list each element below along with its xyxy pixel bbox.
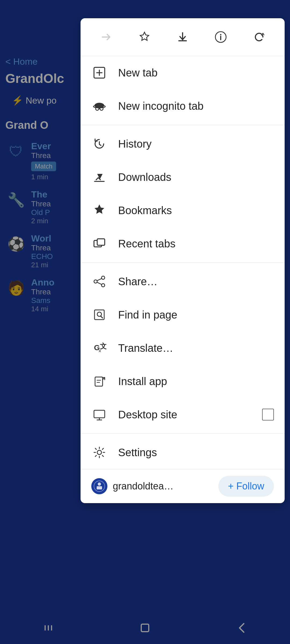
install-app-label: Install app bbox=[118, 375, 274, 387]
settings-icon bbox=[91, 444, 107, 460]
incognito-icon bbox=[91, 98, 107, 114]
desktop-site-label: Desktop site bbox=[118, 409, 251, 421]
install-app-icon bbox=[91, 373, 107, 389]
bookmark-button[interactable] bbox=[134, 26, 155, 48]
svg-rect-30 bbox=[95, 377, 103, 386]
svg-line-22 bbox=[97, 279, 102, 281]
svg-point-38 bbox=[98, 482, 101, 486]
desktop-site-checkbox[interactable] bbox=[262, 409, 274, 420]
recent-tabs-icon bbox=[91, 236, 107, 252]
share-icon bbox=[91, 273, 107, 290]
bookmarks-label: Bookmarks bbox=[118, 204, 274, 217]
svg-text:文: 文 bbox=[100, 342, 106, 350]
forward-icon bbox=[100, 31, 113, 43]
forward-button[interactable] bbox=[95, 26, 117, 48]
info-icon bbox=[214, 31, 227, 43]
page-info-button[interactable] bbox=[210, 26, 231, 48]
follow-footer: grandoldtea… + Follow bbox=[81, 469, 285, 503]
bookmarks-icon bbox=[91, 202, 107, 218]
new-tab-icon bbox=[91, 65, 107, 81]
downloads-icon bbox=[91, 169, 107, 185]
bookmarks-item[interactable]: Bookmarks bbox=[81, 194, 285, 227]
history-icon bbox=[91, 136, 107, 152]
follow-site-icon bbox=[91, 478, 107, 494]
find-in-page-item[interactable]: Find in page bbox=[81, 298, 285, 331]
svg-rect-17 bbox=[97, 239, 105, 245]
downloads-label: Downloads bbox=[118, 171, 274, 183]
svg-line-26 bbox=[101, 316, 103, 318]
divider-1 bbox=[81, 125, 285, 125]
translate-item[interactable]: G × 文 Translate… bbox=[81, 331, 285, 365]
refresh-icon bbox=[253, 31, 266, 43]
svg-point-21 bbox=[94, 280, 97, 283]
new-incognito-tab-item[interactable]: New incognito tab bbox=[81, 89, 285, 123]
svg-point-5 bbox=[220, 34, 222, 35]
svg-line-23 bbox=[97, 282, 102, 284]
find-in-page-icon bbox=[91, 307, 107, 323]
share-item[interactable]: Share… bbox=[81, 265, 285, 298]
recent-tabs-item[interactable]: Recent tabs bbox=[81, 227, 285, 260]
install-app-item[interactable]: Install app bbox=[81, 365, 285, 398]
recent-tabs-label: Recent tabs bbox=[118, 238, 274, 250]
find-in-page-label: Find in page bbox=[118, 309, 274, 321]
download-page-button[interactable] bbox=[172, 26, 193, 48]
settings-label: Settings bbox=[118, 447, 274, 459]
svg-rect-33 bbox=[94, 410, 105, 418]
svg-point-36 bbox=[97, 450, 102, 455]
desktop-site-item[interactable]: Desktop site bbox=[81, 398, 285, 431]
divider-2 bbox=[81, 262, 285, 263]
share-label: Share… bbox=[118, 276, 274, 288]
chrome-menu: New tab New incognito tab bbox=[81, 18, 285, 503]
svg-point-20 bbox=[102, 284, 105, 287]
download-icon bbox=[176, 31, 189, 43]
desktop-site-icon bbox=[91, 407, 107, 423]
new-incognito-label: New incognito tab bbox=[118, 100, 274, 112]
translate-label: Translate… bbox=[118, 342, 274, 354]
divider-3 bbox=[81, 433, 285, 434]
follow-label: Follow bbox=[236, 481, 264, 492]
history-label: History bbox=[118, 138, 274, 150]
settings-item[interactable]: Settings bbox=[81, 436, 285, 469]
follow-plus-icon: + bbox=[228, 481, 234, 492]
refresh-button[interactable] bbox=[248, 26, 270, 48]
translate-icon: G × 文 bbox=[91, 340, 107, 356]
svg-point-19 bbox=[102, 276, 105, 279]
follow-button[interactable]: + Follow bbox=[218, 476, 274, 497]
follow-site-name: grandoldtea… bbox=[113, 481, 213, 492]
menu-toolbar bbox=[81, 18, 285, 56]
star-icon bbox=[138, 31, 151, 43]
downloads-item[interactable]: Downloads bbox=[81, 160, 285, 194]
new-tab-label: New tab bbox=[118, 67, 274, 79]
new-tab-item[interactable]: New tab bbox=[81, 56, 285, 89]
history-item[interactable]: History bbox=[81, 127, 285, 160]
svg-rect-39 bbox=[97, 486, 102, 489]
